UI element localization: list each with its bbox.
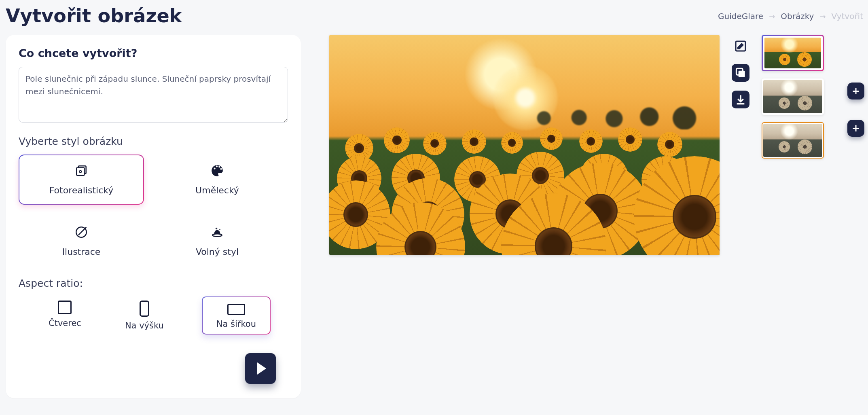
square-icon <box>58 301 72 314</box>
generation-form: Co chcete vytvořit? Vyberte styl obrázku… <box>6 35 301 398</box>
style-option-photorealistic[interactable]: Fotorealistický <box>19 155 144 205</box>
copy-icon <box>734 66 747 79</box>
page-title: Vytvořit obrázek <box>6 5 182 27</box>
image-preview <box>329 35 720 255</box>
portrait-icon <box>140 301 149 317</box>
style-option-label: Umělecký <box>195 185 239 195</box>
breadcrumb-section[interactable]: Obrázky <box>781 11 814 21</box>
svg-rect-7 <box>739 71 745 77</box>
thumbnail-2[interactable] <box>762 122 824 159</box>
prompt-input[interactable] <box>19 67 288 123</box>
breadcrumb-current: Vytvořit <box>831 11 863 21</box>
play-icon <box>257 362 266 375</box>
aspect-option-square[interactable]: Čtverec <box>43 296 87 332</box>
style-option-label: Ilustrace <box>62 247 101 257</box>
svg-point-3 <box>80 171 81 172</box>
generate-button[interactable] <box>245 353 276 384</box>
download-icon <box>734 93 747 106</box>
pencil-circle-icon <box>74 225 88 241</box>
plus-icon: + <box>852 123 860 134</box>
style-option-freestyle[interactable]: Volný styl <box>155 216 280 266</box>
chevron-right-icon: → <box>819 12 826 21</box>
thumbnail-0[interactable] <box>762 35 824 71</box>
landscape-icon <box>227 304 245 315</box>
add-variation-button-2[interactable]: + <box>847 120 864 137</box>
style-option-label: Volný styl <box>196 247 239 257</box>
style-option-artistic[interactable]: Umělecký <box>155 155 280 205</box>
edit-button[interactable] <box>732 37 749 55</box>
aspect-option-label: Na výšku <box>125 321 164 330</box>
svg-point-5 <box>212 234 222 236</box>
magic-hat-icon <box>210 225 224 241</box>
aspect-option-portrait[interactable]: Na výšku <box>119 296 169 335</box>
chevron-right-icon: → <box>769 12 775 21</box>
aspect-option-landscape[interactable]: Na šířkou <box>202 296 271 335</box>
palette-icon <box>210 164 224 180</box>
style-heading: Vyberte styl obrázku <box>19 136 288 147</box>
thumbnail-1[interactable] <box>762 78 824 115</box>
breadcrumb: GuideGlare → Obrázky → Vytvořit <box>718 5 865 21</box>
aspect-option-label: Na šířkou <box>216 319 256 329</box>
aspect-heading: Aspect ratio: <box>19 277 288 289</box>
copy-button[interactable] <box>732 64 749 82</box>
style-option-illustration[interactable]: Ilustrace <box>19 216 144 266</box>
plus-icon: + <box>852 85 860 97</box>
add-variation-button[interactable]: + <box>847 83 864 100</box>
breadcrumb-root[interactable]: GuideGlare <box>718 11 763 21</box>
style-option-label: Fotorealistický <box>49 185 114 195</box>
aspect-option-label: Čtverec <box>49 318 81 328</box>
prompt-heading: Co chcete vytvořit? <box>19 47 288 59</box>
image-stack-icon <box>74 164 88 180</box>
edit-icon <box>734 40 747 53</box>
download-button[interactable] <box>732 91 749 108</box>
